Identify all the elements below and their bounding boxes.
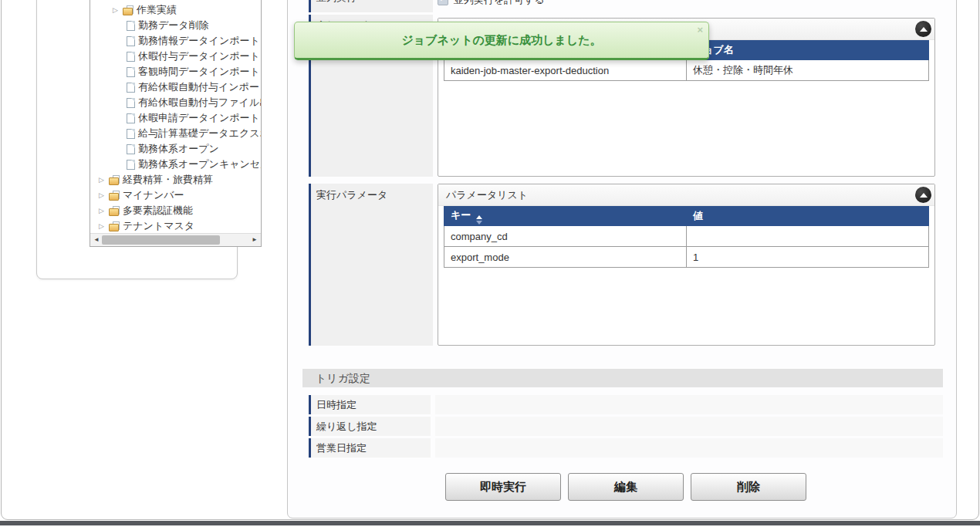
app-window: ▷インポート▷作業実績勤務データ削除勤務情報データインポート休暇付与データインポ…: [0, 0, 980, 527]
tree-item[interactable]: 勤務体系オープン: [90, 141, 261, 157]
tree-scrollbox: ▷インポート▷作業実績勤務データ削除勤務情報データインポート休暇付与データインポ…: [90, 0, 262, 247]
document-icon: [127, 67, 135, 77]
tree-item-label: インポート: [150, 0, 201, 2]
scroll-left-arrow-icon[interactable]: ◄: [90, 234, 103, 246]
tree-item-label: 給与計算基礎データエクスポ: [138, 127, 262, 140]
parallel-exec-checkbox-label: 並列実行を許可する: [454, 0, 545, 7]
jobnet-detail-panel: 並列実行 並列実行を許可する 実行ジョブ ジョブ名 kaiden-job-mas…: [287, 0, 957, 519]
tree-item-label: 有給休暇自動付与ファイル出: [138, 96, 262, 110]
horizontal-scrollbar[interactable]: ◄ ►: [90, 233, 261, 246]
document-icon: [127, 83, 135, 93]
tree-item[interactable]: ▷多要素認証機能: [90, 203, 261, 218]
trigger-rows: 日時指定繰り返し指定営業日指定: [309, 395, 943, 460]
tree-item[interactable]: 休暇申請データインポート: [90, 110, 261, 126]
table-cell: [687, 226, 929, 247]
table-row[interactable]: company_cd: [444, 226, 929, 247]
edit-button[interactable]: 編集: [568, 473, 684, 501]
tree-item[interactable]: 勤務データ削除: [90, 18, 261, 33]
table-cell: 1: [687, 247, 929, 268]
folder-icon: [123, 5, 134, 15]
tree-item-label: 勤務情報データインポート: [138, 34, 260, 48]
trigger-row-label: 繰り返し指定: [309, 417, 431, 436]
tree-item[interactable]: 有給休暇自動付与ファイル出: [90, 95, 261, 110]
tree-item-label: 多要素認証機能: [123, 204, 193, 218]
tree-expand-icon[interactable]: ▷: [99, 172, 109, 187]
trigger-row-value: [435, 395, 943, 414]
trigger-row-label: 日時指定: [309, 395, 431, 414]
document-icon: [127, 160, 135, 170]
params-table: キー値 company_cdexport_mode1: [444, 206, 929, 268]
trigger-section-header: トリガ設定: [302, 369, 943, 387]
bottom-bar: [0, 521, 980, 525]
tree-item[interactable]: ▷テナントマスタ: [90, 218, 261, 234]
tree-item[interactable]: 勤務体系オープンキャンセル: [90, 157, 261, 172]
tree-item-label: テナントマスタ: [123, 219, 194, 233]
tree-item[interactable]: 休暇付与データインポート: [90, 49, 261, 64]
tree-expand-icon[interactable]: ▷: [113, 2, 123, 18]
param-list-panel: パラメータリスト キー値 company_cdexport_mode1: [438, 184, 935, 346]
tree-expand-icon[interactable]: ▷: [99, 187, 109, 203]
document-icon: [127, 21, 135, 31]
scrollbar-thumb[interactable]: [102, 235, 220, 245]
document-icon: [127, 113, 135, 123]
trigger-row-value: [435, 417, 943, 436]
table-cell: 休憩・控除・時間年休: [687, 60, 929, 81]
tree-item-label: 客観時間データインポート: [138, 65, 260, 79]
folder-icon: [109, 191, 120, 201]
tree-item-label: 経費精算・旅費精算: [123, 173, 213, 187]
action-buttons: 即時実行 編集 削除: [445, 473, 806, 501]
tree-expand-icon[interactable]: ▷: [99, 218, 109, 234]
parallel-exec-checkbox[interactable]: [438, 0, 448, 5]
param-list-panel-header: パラメータリスト: [438, 184, 934, 206]
tree-expand-icon[interactable]: ▷: [127, 0, 137, 2]
tree-item-label: 作業実績: [137, 3, 177, 17]
document-icon: [127, 36, 135, 46]
tree-item[interactable]: ▷マイナンバー: [90, 187, 261, 203]
tree-item[interactable]: ▷経費精算・旅費精算: [90, 172, 261, 187]
table-cell: company_cd: [444, 226, 687, 247]
table-cell: kaiden-job-master-export-deduction: [444, 60, 687, 81]
success-toast: ジョブネットの更新に成功しました。 ×: [294, 22, 709, 60]
field-label-parallel-exec: 並列実行: [309, 0, 433, 12]
column-header: ジョブ名: [687, 41, 929, 60]
toast-message: ジョブネットの更新に成功しました。: [295, 22, 708, 57]
tree-item-label: 休暇申請データインポート: [138, 111, 260, 125]
tree-item[interactable]: 有給休暇自動付与インポート: [90, 79, 261, 95]
tree-item[interactable]: 客観時間データインポート: [90, 64, 261, 79]
trigger-row: 営業日指定: [309, 438, 943, 458]
tree-expand-icon[interactable]: ▷: [99, 203, 109, 218]
table-cell: export_mode: [444, 247, 687, 268]
column-header: 値: [687, 207, 929, 226]
tree-item-label: 有給休暇自動付与インポート: [138, 80, 262, 94]
trigger-row-label: 営業日指定: [309, 438, 431, 458]
collapse-button[interactable]: [915, 21, 931, 37]
tree-item-label: 休暇付与データインポート: [138, 49, 260, 63]
document-icon: [127, 52, 135, 62]
toast-close-icon[interactable]: ×: [697, 24, 703, 35]
document-icon: [127, 98, 135, 108]
tree-item-label: 勤務データ削除: [138, 19, 209, 32]
tree-item-label: 勤務体系オープンキャンセル: [138, 157, 262, 171]
collapse-button[interactable]: [915, 187, 931, 203]
tree-item[interactable]: 給与計算基礎データエクスポ: [90, 126, 261, 141]
column-header[interactable]: キー: [444, 207, 687, 226]
tree-item[interactable]: ▷作業実績: [90, 2, 261, 18]
sort-icon[interactable]: [476, 215, 482, 225]
parallel-exec-value: 並列実行を許可する: [438, 0, 545, 12]
tree-list: ▷インポート▷作業実績勤務データ削除勤務情報データインポート休暇付与データインポ…: [90, 0, 261, 234]
tree-item-label: マイナンバー: [123, 188, 184, 202]
trigger-row: 日時指定: [309, 395, 943, 414]
field-label-exec-params: 実行パラメータ: [309, 184, 433, 346]
table-row[interactable]: export_mode1: [444, 247, 929, 268]
execute-now-button[interactable]: 即時実行: [445, 473, 561, 501]
scroll-right-arrow-icon[interactable]: ►: [248, 234, 261, 246]
table-row[interactable]: kaiden-job-master-export-deduction休憩・控除・…: [444, 60, 929, 81]
document-icon: [127, 129, 135, 139]
delete-button[interactable]: 削除: [691, 473, 806, 501]
folder-icon: [109, 221, 120, 231]
folder-icon: [109, 175, 120, 185]
trigger-row: 繰り返し指定: [309, 417, 943, 436]
param-list-panel-title: パラメータリスト: [446, 189, 528, 201]
tree-item[interactable]: 勤務情報データインポート: [90, 33, 261, 49]
document-icon: [127, 144, 135, 154]
